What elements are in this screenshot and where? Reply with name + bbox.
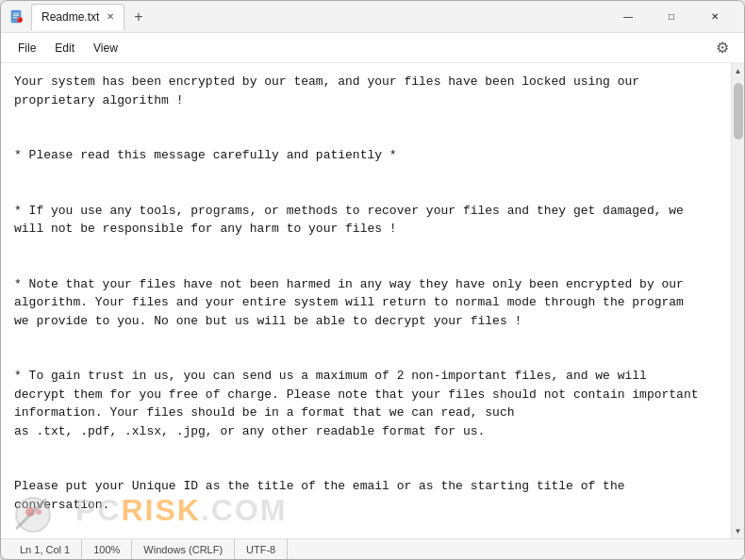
text-content[interactable]: Your system has been encrypted by our te…: [1, 63, 731, 538]
tab-area: Readme.txt ✕ +: [31, 4, 149, 30]
content-area: Your system has been encrypted by our te…: [1, 63, 744, 538]
settings-icon[interactable]: ⚙: [708, 35, 737, 60]
zoom-level: 100%: [82, 539, 132, 559]
title-bar: Readme.txt ✕ + — □ ✕: [1, 1, 744, 33]
window-controls: — □ ✕: [606, 2, 737, 32]
notepad-window: Readme.txt ✕ + — □ ✕ File Edit View ⚙ Yo…: [0, 0, 745, 560]
tab-label: Readme.txt: [41, 10, 99, 24]
menu-view[interactable]: View: [84, 38, 127, 58]
svg-rect-2: [13, 15, 19, 16]
menu-edit[interactable]: Edit: [45, 38, 84, 58]
encoding: UTF-8: [235, 539, 288, 559]
menu-file[interactable]: File: [8, 38, 45, 58]
close-button[interactable]: ✕: [693, 2, 737, 32]
minimize-button[interactable]: —: [606, 2, 650, 32]
active-tab[interactable]: Readme.txt ✕: [31, 4, 124, 30]
scroll-thumb[interactable]: [734, 83, 743, 140]
line-endings: Windows (CRLF): [132, 539, 235, 559]
app-icon: [8, 8, 25, 25]
tab-close-button[interactable]: ✕: [107, 12, 114, 22]
vertical-scrollbar[interactable]: ▲ ▼: [731, 63, 744, 538]
scroll-track[interactable]: [732, 78, 744, 523]
new-tab-button[interactable]: +: [128, 9, 148, 25]
cursor-position: Ln 1, Col 1: [8, 539, 82, 559]
scroll-down-button[interactable]: ▼: [732, 523, 745, 538]
scroll-up-button[interactable]: ▲: [732, 63, 745, 78]
svg-rect-3: [13, 17, 17, 18]
status-bar: Ln 1, Col 1 100% Windows (CRLF) UTF-8: [1, 538, 744, 559]
svg-point-6: [18, 18, 20, 20]
maximize-button[interactable]: □: [650, 2, 693, 32]
menu-bar: File Edit View ⚙: [1, 33, 744, 63]
svg-rect-1: [13, 13, 19, 14]
